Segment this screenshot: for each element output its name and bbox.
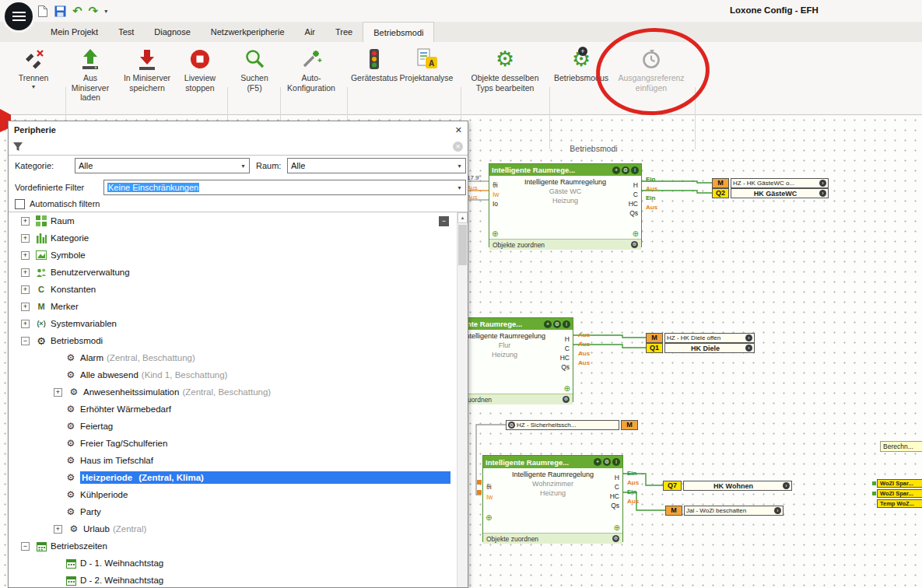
new-file-icon[interactable] xyxy=(37,5,48,18)
tree-item-anwesenheitssimulation[interactable]: + ⚙ Anwesenheitssimulation (Zentral, Bes… xyxy=(9,383,468,401)
tree-item-benutzerverwaltung[interactable]: + Benutzerverwaltung xyxy=(9,264,468,281)
tree-item-kuehlperiode[interactable]: ⚙ Kühlperiode xyxy=(9,486,468,503)
add-output-icon[interactable]: ⊕ xyxy=(564,385,570,393)
tree-item-alarm[interactable]: ⚙ Alarm (Zentral, Beschattung) xyxy=(9,349,468,366)
auto-konfiguration-button[interactable]: Auto- Konfiguration xyxy=(286,45,336,112)
output-tag[interactable]: Q2 xyxy=(712,188,729,198)
undo-icon[interactable]: ↶ xyxy=(72,4,82,18)
output-pin[interactable]: HC xyxy=(560,354,570,362)
expand-icon[interactable]: + xyxy=(54,388,62,397)
partial-block-berechnung[interactable]: Berechn... xyxy=(880,441,922,452)
toolbar-dropdown-icon[interactable]: ▾ xyxy=(104,8,107,15)
merker-tag[interactable]: M xyxy=(646,333,663,343)
tree-item-erhoehter-waermebedarf[interactable]: ⚙ Erhöhter Wärmebedarf xyxy=(9,401,468,418)
output-pin[interactable]: C xyxy=(565,345,570,352)
reference-arrow-icon[interactable]: › xyxy=(819,190,826,197)
block-info-icon[interactable]: i xyxy=(563,320,570,328)
output-pin[interactable]: H xyxy=(633,181,638,189)
reference-arrow-icon[interactable]: › xyxy=(745,345,752,352)
tree-item-merker[interactable]: + M Merker xyxy=(9,298,468,315)
tree-item-betriebszeiten[interactable]: − Betriebszeiten xyxy=(9,537,468,555)
collapse-icon[interactable]: − xyxy=(21,542,30,551)
tree-scrollbar[interactable]: ▲ xyxy=(457,212,468,587)
aus-miniserver-laden-button[interactable]: Aus Miniserver laden xyxy=(67,45,114,112)
tab-betriebsmodi[interactable]: Betriebsmodi xyxy=(363,22,434,42)
suchen-button[interactable]: Suchen (F5) xyxy=(233,45,275,112)
block-add-icon[interactable]: + xyxy=(612,166,620,174)
output-reference-q1[interactable]: Q1 HK Diele› xyxy=(646,343,755,353)
input-pin[interactable]: ϑi xyxy=(493,181,498,189)
reference-arrow-icon[interactable]: › xyxy=(783,482,790,489)
output-pin[interactable]: Qs xyxy=(561,363,570,371)
collapse-all-icon[interactable]: − xyxy=(439,216,449,226)
automatisch-filtern-checkbox[interactable] xyxy=(15,199,25,209)
geraetestatus-button[interactable]: Gerätestatus xyxy=(350,45,398,112)
block-add-icon[interactable]: + xyxy=(594,458,601,466)
output-pin[interactable]: H xyxy=(565,335,570,343)
merker-tag[interactable]: M xyxy=(665,506,682,516)
objekte-bearbeiten-button[interactable]: ⚙ Objekte desselben Typs bearbeiten xyxy=(465,45,545,112)
partial-block-spar[interactable]: WoZI Spar... xyxy=(877,489,922,498)
block-footer[interactable]: Objekte zuordnen ⚙ xyxy=(489,239,641,250)
function-block-gaeste-wc[interactable]: Intelligente Raumrege... + ⚙ i Intellige… xyxy=(489,163,642,247)
expand-icon[interactable]: + xyxy=(21,285,30,294)
tab-diagnose[interactable]: Diagnose xyxy=(144,22,200,42)
clear-filter-icon[interactable]: ✕ xyxy=(453,142,463,152)
block-footer[interactable]: Objekte zuordnen ⚙ xyxy=(483,533,622,544)
output-reference-q2[interactable]: Q2 HK GästeWC› xyxy=(712,188,829,198)
expand-icon[interactable]: + xyxy=(54,525,62,534)
partial-block-temp[interactable]: Temp WoZ... xyxy=(877,499,922,508)
expand-icon[interactable]: + xyxy=(21,320,30,328)
input-pin[interactable]: Iw xyxy=(493,191,500,198)
output-pin[interactable]: Qs xyxy=(629,209,638,217)
tree-item-raum[interactable]: + Raum xyxy=(9,212,468,229)
add-output-icon[interactable]: ⊕ xyxy=(614,524,620,532)
tree-item-party[interactable]: ⚙ Party xyxy=(9,503,468,520)
liveview-stoppen-button[interactable]: Liveview stoppen xyxy=(177,45,223,112)
tree-item-urlaub[interactable]: + ⚙ Urlaub (Zentral) xyxy=(9,520,468,537)
tree-item-freier-tag[interactable]: ⚙ Freier Tag/Schulferien xyxy=(9,435,468,452)
output-reference-merker[interactable]: M HZ - HK Diele offen› xyxy=(646,333,755,343)
scroll-thumb[interactable] xyxy=(458,225,467,265)
kategorie-select[interactable]: Alle ▾ xyxy=(75,158,250,173)
output-reference-merker[interactable]: M Jal - WoZi beschatten› xyxy=(665,506,784,516)
tree-item-symbole[interactable]: + Symbole xyxy=(9,247,468,264)
output-reference-q7[interactable]: Q7 HK Wohnen› xyxy=(663,481,792,491)
add-input-icon[interactable]: ⊕ xyxy=(486,514,492,522)
add-output-icon[interactable]: ⊕ xyxy=(633,230,639,238)
save-icon[interactable] xyxy=(54,5,66,17)
reference-arrow-icon[interactable]: › xyxy=(774,507,781,514)
tab-tree[interactable]: Tree xyxy=(325,22,363,42)
tree-item-weihnachtstag-1[interactable]: D - 1. Weihnachtstag xyxy=(9,555,468,572)
merker-tag[interactable]: M xyxy=(621,420,638,430)
tree-item-systemvariablen[interactable]: + (×) Systemvariablen xyxy=(9,315,468,332)
tree-item-betriebsmodi[interactable]: − ⚙ Betriebsmodi xyxy=(9,332,468,349)
block-gear-icon[interactable]: ⚙ xyxy=(553,320,561,328)
betriebsmodus-button[interactable]: ⚙ + Betriebsmodus xyxy=(554,45,608,112)
input-pin[interactable]: Io xyxy=(493,200,498,208)
input-reference-sicherheit[interactable]: ⚙HZ - Sicherheitssch... M xyxy=(506,420,638,430)
ausgangsreferenz-einfuegen-button[interactable]: Ausgangsreferenz einfügen xyxy=(612,45,691,112)
block-info-icon[interactable]: i xyxy=(612,458,620,466)
block-header[interactable]: Intelligente Raumrege... + ⚙ i xyxy=(483,456,622,468)
function-block-wohnzimmer[interactable]: Intelligente Raumrege... + ⚙ i Intellige… xyxy=(482,455,623,542)
expand-icon[interactable]: + xyxy=(21,251,30,260)
tab-test[interactable]: Test xyxy=(108,22,144,42)
footer-gear-icon[interactable]: ⚙ xyxy=(631,241,638,248)
raum-select[interactable]: Alle ▾ xyxy=(287,158,466,173)
output-pin[interactable]: C xyxy=(615,483,619,491)
vordefinierte-filter-select[interactable]: Keine Einschränkungen ▾ xyxy=(103,180,466,195)
footer-gear-icon[interactable]: ⚙ xyxy=(563,396,570,403)
expand-icon[interactable]: + xyxy=(21,268,30,277)
trennen-dropdown-icon[interactable]: ▾ xyxy=(32,83,35,90)
output-pin[interactable]: HC xyxy=(610,492,619,500)
output-tag[interactable]: Q7 xyxy=(663,481,682,491)
filter-input-row[interactable]: ✕ xyxy=(9,138,468,156)
output-tag[interactable]: Q1 xyxy=(646,343,663,353)
tab-mein-projekt[interactable]: Mein Projekt xyxy=(40,22,108,42)
add-input-icon[interactable]: ⊕ xyxy=(492,230,498,238)
merker-tag[interactable]: M xyxy=(712,178,729,188)
redo-icon[interactable]: ↷ xyxy=(89,4,99,18)
tree-item-feiertag[interactable]: ⚙ Feiertag xyxy=(9,418,468,435)
tree-item-alle-abwesend[interactable]: ⚙ Alle abwesend (Kind 1, Beschattung) xyxy=(9,366,468,383)
